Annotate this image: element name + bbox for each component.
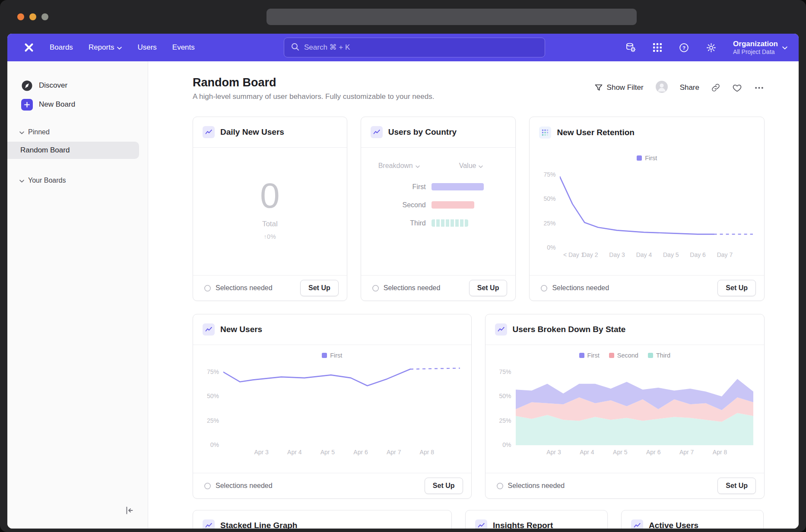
collapse-sidebar-button[interactable] bbox=[124, 505, 135, 517]
address-bar[interactable] bbox=[267, 9, 637, 25]
set-up-button[interactable]: Set Up bbox=[717, 478, 756, 494]
data-management-icon[interactable] bbox=[625, 42, 636, 53]
chevron-down-icon bbox=[19, 177, 24, 184]
global-search bbox=[284, 38, 545, 57]
board-main: Random Board A high-level summary of use… bbox=[148, 61, 799, 529]
y-tick-label: 0% bbox=[502, 441, 511, 448]
metric-delta: ↑0% bbox=[263, 233, 276, 240]
x-tick-label: Apr 5 bbox=[613, 449, 627, 456]
country-bar bbox=[432, 183, 484, 190]
breakdown-dropdown[interactable]: Breakdown bbox=[361, 162, 437, 170]
cards-row-1: Daily New Users 0 Total ↑0% Selections n… bbox=[193, 117, 765, 301]
line-chart-icon bbox=[203, 126, 215, 138]
chart-legend: First bbox=[204, 352, 460, 359]
nav-item-label: Users bbox=[137, 43, 156, 52]
x-tick-label: Apr 5 bbox=[320, 449, 335, 456]
set-up-button[interactable]: Set Up bbox=[469, 280, 508, 296]
selections-needed-status: Selections needed bbox=[508, 482, 565, 490]
settings-gear-icon[interactable] bbox=[706, 42, 717, 53]
x-tick-label: Apr 8 bbox=[420, 449, 434, 456]
set-up-button[interactable]: Set Up bbox=[425, 478, 463, 494]
top-nav-right: ? Organization All Project Data bbox=[625, 34, 787, 61]
share-button[interactable]: Share bbox=[680, 83, 699, 92]
window-close-button[interactable] bbox=[17, 13, 24, 20]
page-title: Random Board bbox=[193, 76, 434, 89]
apps-grid-icon[interactable] bbox=[653, 43, 662, 52]
chart-legend: FirstSecondThird bbox=[497, 352, 753, 359]
org-texts: Organization All Project Data bbox=[733, 39, 778, 56]
top-nav: Boards Reports Users Events bbox=[7, 34, 799, 61]
more-options-button[interactable] bbox=[754, 82, 765, 93]
x-tick-label: Apr 6 bbox=[646, 449, 660, 456]
radio-circle-icon bbox=[204, 285, 211, 292]
radio-circle-icon bbox=[540, 285, 548, 292]
legend-item: First bbox=[579, 352, 600, 359]
line-chart-icon bbox=[495, 323, 507, 336]
card-footer: Selections needed Set Up bbox=[530, 275, 764, 301]
card-title: New Users bbox=[220, 325, 262, 334]
nav-item-boards[interactable]: Boards bbox=[50, 43, 73, 52]
country-row-label: First bbox=[361, 183, 432, 191]
sidebar: Discover New Board Pinned Random Board bbox=[7, 61, 148, 529]
users_by_state-svg bbox=[516, 362, 753, 445]
set-up-button[interactable]: Set Up bbox=[717, 280, 756, 296]
funnel-icon bbox=[594, 83, 603, 92]
sidebar-section-pinned[interactable]: Pinned bbox=[7, 124, 148, 140]
nav-item-users[interactable]: Users bbox=[137, 43, 156, 52]
sidebar-item-label: New Board bbox=[39, 100, 75, 109]
window-minimize-button[interactable] bbox=[29, 13, 36, 20]
set-up-button[interactable]: Set Up bbox=[300, 280, 339, 296]
sidebar-section-label: Pinned bbox=[28, 128, 50, 136]
selections-needed-status: Selections needed bbox=[216, 284, 273, 292]
radio-circle-icon bbox=[496, 482, 504, 490]
mixpanel-logo-icon[interactable] bbox=[24, 42, 34, 53]
avatar[interactable] bbox=[655, 80, 668, 95]
nav-item-label: Reports bbox=[89, 43, 114, 52]
value-dropdown[interactable]: Value bbox=[437, 162, 505, 170]
sidebar-item-label: Discover bbox=[39, 81, 67, 90]
sidebar-item-random-board[interactable]: Random Board bbox=[7, 142, 139, 159]
favorite-button[interactable] bbox=[732, 83, 742, 93]
legend-swatch bbox=[648, 353, 653, 358]
x-axis: < Day 1Day 2Day 3Day 4Day 5Day 6Day 7 bbox=[560, 248, 753, 259]
top-nav-left: Boards Reports Users Events bbox=[7, 42, 195, 53]
new-users-chart: First75%50%25%0%Apr 3Apr 4Apr 5Apr 6Apr … bbox=[193, 345, 471, 456]
retention-svg bbox=[560, 165, 753, 248]
legend-item: Second bbox=[609, 352, 638, 359]
org-switcher[interactable]: Organization All Project Data bbox=[733, 39, 787, 56]
y-tick-label: 25% bbox=[543, 220, 555, 227]
board-title-block: Random Board A high-level summary of use… bbox=[193, 76, 434, 101]
card-footer: Selections needed Set Up bbox=[193, 473, 471, 498]
content-area: Discover New Board Pinned Random Board bbox=[7, 61, 799, 529]
help-icon[interactable]: ? bbox=[679, 42, 689, 53]
metric-body: 0 Total ↑0% bbox=[193, 148, 347, 275]
sidebar-item-discover[interactable]: Discover bbox=[7, 76, 148, 95]
y-tick-label: 75% bbox=[543, 171, 555, 178]
nav-item-reports[interactable]: Reports bbox=[89, 43, 122, 52]
window-zoom-button[interactable] bbox=[41, 13, 48, 20]
show-filter-button[interactable]: Show Filter bbox=[594, 83, 644, 92]
chevron-down-icon bbox=[479, 162, 483, 170]
card-footer: Selections needed Set Up bbox=[193, 275, 347, 301]
nav-item-events[interactable]: Events bbox=[172, 43, 195, 52]
y-tick-label: 50% bbox=[543, 195, 555, 202]
sidebar-item-new-board[interactable]: New Board bbox=[7, 95, 148, 114]
card-insights-report: Insights Report bbox=[465, 510, 608, 529]
card-header: New Users bbox=[193, 314, 471, 345]
legend-swatch bbox=[637, 155, 642, 161]
sidebar-section-your-boards[interactable]: Your Boards bbox=[7, 173, 148, 188]
collapse-icon bbox=[124, 505, 135, 516]
x-tick-label: Apr 7 bbox=[387, 449, 401, 456]
plot-area bbox=[560, 165, 753, 248]
search-input[interactable] bbox=[304, 43, 538, 52]
country-bar bbox=[432, 201, 474, 209]
ellipsis-icon bbox=[754, 82, 765, 93]
line-chart-icon bbox=[203, 519, 215, 529]
copy-link-button[interactable] bbox=[711, 83, 720, 92]
plot-area bbox=[516, 362, 753, 445]
sidebar-item-label: Random Board bbox=[20, 146, 70, 155]
line-chart-icon bbox=[475, 519, 487, 529]
window-frame: Boards Reports Users Events bbox=[0, 0, 806, 532]
chart-plot-wrap: 75%50%25%0% bbox=[497, 362, 753, 445]
line-chart-icon bbox=[371, 126, 383, 138]
